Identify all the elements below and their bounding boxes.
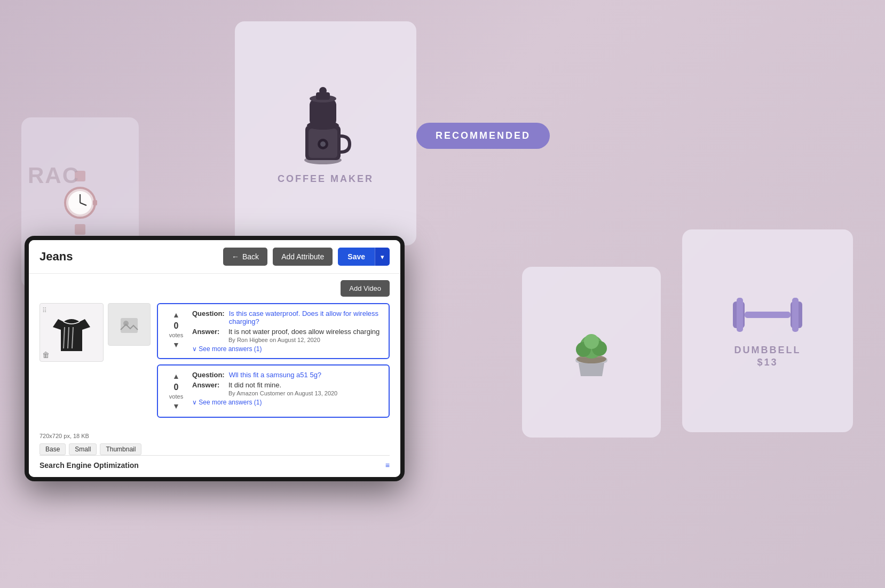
qa-section: ▲ 0 votes ▼ Question: Is this case water… (157, 303, 390, 418)
question-text-1: Is this case waterproof. Does it allow f… (229, 309, 381, 325)
upvote-1[interactable]: ▲ (170, 309, 183, 320)
add-attribute-button[interactable]: Add Attribute (273, 248, 333, 266)
product-image-thumb-2 (108, 303, 151, 346)
svg-rect-25 (745, 312, 791, 318)
svg-rect-11 (310, 99, 336, 126)
save-dropdown-button[interactable]: ▾ (375, 248, 390, 266)
seo-title: Search Engine Optimization ≡ (39, 461, 390, 470)
add-video-button[interactable]: Add Video (341, 280, 390, 297)
qa-card-1: ▲ 0 votes ▼ Question: Is this case water… (157, 303, 390, 359)
vote-col-2: ▲ 0 votes ▼ (165, 371, 187, 411)
downvote-2[interactable]: ▼ (170, 401, 183, 411)
vote-label-2: votes (169, 393, 183, 400)
tag-base[interactable]: Base (39, 443, 66, 455)
recommended-badge: RECOMMENDED (416, 123, 550, 149)
answer-text-1: It is not water proof, does allow wirele… (228, 328, 380, 336)
add-video-row: Add Video (39, 280, 390, 297)
device-frame: Jeans ← Back Add Attribute Save ▾ Add V (25, 236, 405, 481)
vote-col-1: ▲ 0 votes ▼ (165, 309, 187, 353)
qa-answer-row-1: Answer: It is not water proof, does allo… (192, 328, 381, 343)
svg-point-14 (320, 141, 326, 147)
dumbbell-card-label: DUMBBELL (734, 345, 801, 356)
question-text-2: Wll this fit a samsung a51 5g? (229, 371, 321, 379)
answer-label-1: Answer: (192, 328, 224, 343)
tag-small[interactable]: Small (69, 443, 97, 455)
answer-label-2: Answer: (192, 381, 224, 396)
svg-rect-31 (121, 318, 138, 333)
back-arrow-icon: ← (232, 252, 239, 261)
vote-count-1: 0 (174, 321, 179, 331)
svg-point-32 (123, 321, 129, 326)
images-row: ⠿ 🗑 (39, 303, 390, 425)
save-button-group: Save ▾ (338, 248, 390, 266)
qa-answer-row-2: Answer: It did not fit mine. By Amazon C… (192, 381, 381, 396)
back-button[interactable]: ← Back (223, 248, 267, 266)
device-screen: Jeans ← Back Add Attribute Save ▾ Add V (29, 240, 400, 477)
save-button[interactable]: Save (338, 248, 375, 266)
answer-text-2: It did not fit mine. (228, 381, 337, 389)
bg-card-coffee: COFFEE MAKER (235, 21, 416, 245)
question-label-1: Question: (192, 309, 225, 325)
tags-row: Base Small Thumbnail (39, 443, 390, 455)
svg-rect-1 (75, 224, 85, 235)
qa-question-row-1: Question: Is this case waterproof. Does … (192, 309, 381, 325)
bg-card-plant (522, 267, 661, 438)
seo-section: Search Engine Optimization ≡ (39, 455, 390, 470)
seo-expand-icon[interactable]: ≡ (385, 461, 390, 470)
svg-point-16 (319, 87, 327, 94)
qa-question-row-2: Question: Wll this fit a samsung a51 5g? (192, 371, 381, 379)
vote-count-2: 0 (174, 383, 179, 392)
dumbbell-price: $13 (757, 357, 778, 368)
answer-meta-2: By Amazon Customer on August 13, 2020 (228, 390, 337, 396)
qa-content-2: Question: Wll this fit a samsung a51 5g?… (192, 371, 381, 411)
chevron-down-icon: ▾ (381, 253, 384, 261)
vote-label-1: votes (169, 332, 183, 338)
upvote-2[interactable]: ▲ (170, 371, 183, 382)
drag-handle-icon: ⠿ (42, 307, 47, 314)
downvote-1[interactable]: ▼ (170, 339, 183, 350)
svg-point-22 (584, 334, 599, 349)
app-header: Jeans ← Back Add Attribute Save ▾ (29, 240, 400, 274)
app-content[interactable]: Add Video ⠿ 🗑 (29, 274, 400, 477)
svg-rect-6 (93, 200, 97, 205)
header-actions: ← Back Add Attribute Save ▾ (223, 248, 390, 266)
qa-card-2: ▲ 0 votes ▼ Question: Wll this fit a sam… (157, 364, 390, 418)
svg-rect-27 (792, 298, 799, 332)
tag-thumbnail[interactable]: Thumbnail (100, 443, 141, 455)
question-label-2: Question: (192, 371, 225, 379)
image-size-info: 720x720 px, 18 KB (39, 433, 390, 439)
product-image-thumb-1: ⠿ 🗑 (39, 303, 104, 362)
delete-image-icon[interactable]: 🗑 (42, 351, 50, 359)
see-more-2[interactable]: ∨ See more answers (1) (192, 399, 381, 406)
answer-meta-1: By Ron Higbee on August 12, 2020 (228, 337, 380, 343)
rac-text: RAC (28, 163, 80, 188)
svg-rect-24 (737, 298, 743, 332)
page-title: Jeans (39, 250, 73, 264)
see-more-1[interactable]: ∨ See more answers (1) (192, 345, 381, 353)
bg-card-dumbbell: DUMBBELL $13 (682, 229, 853, 432)
coffee-card-label: COFFEE MAKER (278, 173, 374, 185)
qa-content-1: Question: Is this case waterproof. Does … (192, 309, 381, 353)
